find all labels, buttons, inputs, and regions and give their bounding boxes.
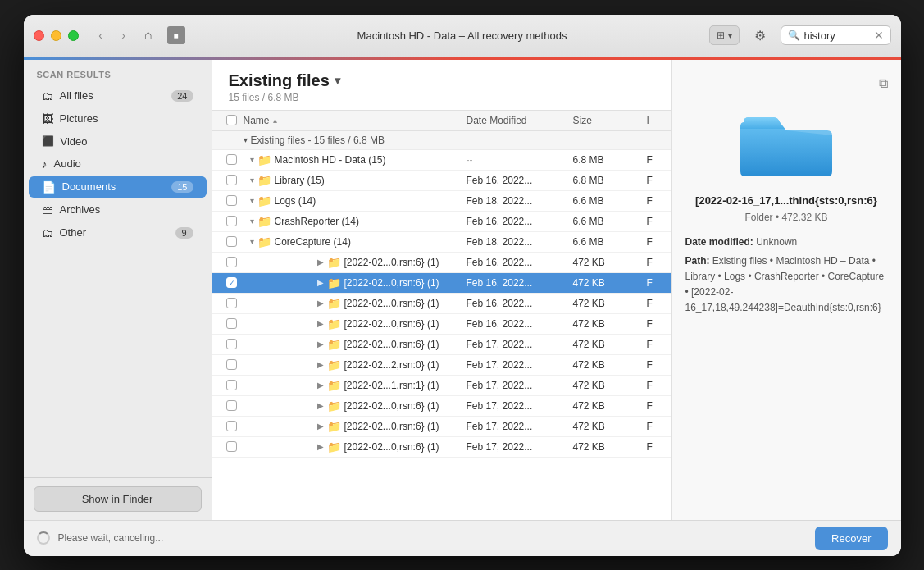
row-checkbox[interactable] [221, 257, 244, 267]
checkbox[interactable] [226, 400, 237, 411]
checkbox[interactable] [226, 421, 237, 431]
table-row[interactable]: ▶ 📁 [2022-02...0,rsn:6} (1) Feb 16, 2022… [212, 273, 671, 294]
row-checkbox[interactable] [221, 298, 244, 308]
expand-icon[interactable]: ▶ [317, 258, 324, 267]
row-checkbox[interactable] [221, 216, 244, 226]
sidebar-item-archives[interactable]: 🗃 Archives [29, 199, 207, 221]
row-checkbox[interactable] [221, 236, 244, 247]
table-row[interactable]: ▶ 📁 [2022-02...1,rsn:1} (1) Feb 17, 2022… [212, 376, 671, 396]
checkbox[interactable] [226, 441, 237, 452]
row-checkbox-macintosh[interactable] [221, 154, 244, 165]
group-chevron-icon[interactable]: ▾ [244, 135, 248, 144]
row-checkbox[interactable] [221, 400, 244, 411]
table-row[interactable]: ▾ 📁 Library (15) Feb 16, 2022... 6.8 MB … [212, 171, 671, 191]
maximize-button[interactable] [68, 30, 79, 41]
expand-icon[interactable]: ▶ [317, 422, 324, 431]
stop-button[interactable]: ■ [167, 26, 185, 44]
expand-icon[interactable]: ▶ [317, 278, 324, 287]
col-date-header[interactable]: Date Modified [467, 115, 573, 126]
table-row[interactable]: ▾ 📁 CoreCapture (14) Feb 18, 2022... 6.6… [212, 232, 671, 253]
checkbox[interactable] [226, 339, 237, 349]
table-row[interactable]: ▶ 📁 [2022-02...0,rsn:6} (1) Feb 17, 2022… [212, 437, 671, 458]
forward-button[interactable]: › [115, 26, 133, 44]
checkbox-checked[interactable] [226, 277, 237, 288]
folder-icon: 📁 [327, 297, 341, 310]
file-title-chevron-icon[interactable]: ▾ [335, 74, 340, 87]
table-row[interactable]: ▾ 📁 CrashReporter (14) Feb 16, 2022... 6… [212, 212, 671, 232]
show-in-finder-button[interactable]: Show in Finder [34, 486, 202, 512]
sidebar-item-all-files[interactable]: 🗂 All files 24 [29, 85, 207, 107]
table-row[interactable]: ▶ 📁 [2022-02...0,rsn:6} (1) Feb 16, 2022… [212, 253, 671, 273]
preview-date-value: Unknown [756, 236, 797, 248]
table-row[interactable]: ▶ 📁 [2022-02...2,rsn:0} (1) Feb 17, 2022… [212, 355, 671, 376]
row-checkbox[interactable] [221, 339, 244, 349]
expand-icon[interactable]: ▾ [250, 217, 254, 226]
sidebar: Scan results 🗂 All files 24 🖼 Pictures ⬛… [24, 60, 212, 520]
expand-icon[interactable]: ▶ [317, 299, 324, 308]
checkbox[interactable] [226, 154, 237, 165]
expand-icon[interactable]: ▶ [317, 340, 324, 349]
clear-search-button[interactable]: ✕ [874, 29, 884, 42]
table-row[interactable]: ▶ 📁 [2022-02...0,rsn:6} (1) Feb 16, 2022… [212, 294, 671, 314]
sidebar-item-audio[interactable]: ♪ Audio [29, 153, 207, 175]
row-checkbox[interactable] [221, 175, 244, 185]
table-row[interactable]: ▶ 📁 [2022-02...0,rsn:6} (1) Feb 17, 2022… [212, 417, 671, 437]
row-checkbox[interactable] [221, 195, 244, 206]
recover-button[interactable]: Recover [815, 527, 887, 550]
expand-icon[interactable]: ▶ [317, 442, 324, 451]
expand-icon[interactable]: ▶ [317, 360, 324, 369]
folder-icon: 📁 [257, 235, 271, 249]
row-checkbox[interactable] [221, 441, 244, 452]
checkbox[interactable] [226, 318, 237, 329]
expand-icon[interactable]: ▾ [250, 155, 254, 164]
checkbox[interactable] [226, 298, 237, 308]
sidebar-item-pictures[interactable]: 🖼 Pictures [29, 108, 207, 130]
row-checkbox[interactable] [221, 359, 244, 370]
folder-icon: 📁 [327, 256, 341, 269]
checkbox[interactable] [226, 380, 237, 390]
checkbox[interactable] [226, 195, 237, 206]
table-row[interactable]: ▶ 📁 [2022-02...0,rsn:6} (1) Feb 17, 2022… [212, 335, 671, 355]
row-checkbox[interactable] [221, 277, 244, 288]
row-label: [2022-02...1,rsn:1} (1) [344, 380, 439, 391]
sidebar-item-other[interactable]: 🗂 Other 9 [29, 222, 207, 244]
home-button[interactable]: ⌂ [138, 25, 159, 46]
table-row[interactable]: ▶ 📁 [2022-02...0,rsn:6} (1) Feb 16, 2022… [212, 314, 671, 335]
select-all-checkbox[interactable] [221, 115, 244, 126]
expand-icon[interactable]: ▶ [317, 381, 324, 390]
checkbox[interactable] [226, 216, 237, 226]
expand-icon[interactable]: ▾ [250, 176, 254, 185]
row-flag: F [647, 421, 663, 432]
row-checkbox[interactable] [221, 380, 244, 390]
row-size: 6.6 MB [573, 216, 647, 227]
checkbox[interactable] [226, 236, 237, 247]
copy-preview-button[interactable]: ⧉ [879, 76, 888, 91]
col-name-header[interactable]: Name ▴ [244, 115, 467, 126]
row-name-file3: ▶ 📁 [2022-02...0,rsn:6} (1) [244, 297, 467, 310]
col-size-header[interactable]: Size [573, 115, 647, 126]
expand-icon[interactable]: ▾ [250, 196, 254, 205]
search-input[interactable] [804, 30, 870, 42]
minimize-button[interactable] [51, 30, 61, 41]
sidebar-item-video[interactable]: ⬛ Video [29, 131, 207, 152]
row-checkbox[interactable] [221, 318, 244, 329]
checkbox[interactable] [226, 359, 237, 370]
expand-icon[interactable]: ▶ [317, 319, 324, 328]
all-files-icon: 🗂 [42, 89, 53, 103]
table-row[interactable]: ▶ 📁 [2022-02...0,rsn:6} (1) Feb 17, 2022… [212, 396, 671, 417]
expand-icon[interactable]: ▶ [317, 401, 324, 410]
checkbox[interactable] [226, 257, 237, 267]
expand-icon[interactable]: ▾ [250, 237, 254, 246]
row-date: Feb 18, 2022... [467, 195, 573, 207]
checkbox-all[interactable] [226, 115, 237, 125]
close-button[interactable] [34, 30, 44, 41]
back-button[interactable]: ‹ [92, 26, 110, 44]
view-button[interactable]: ⊞ ▾ [709, 25, 740, 45]
row-name-file4: ▶ 📁 [2022-02...0,rsn:6} (1) [244, 317, 467, 331]
row-checkbox[interactable] [221, 421, 244, 431]
sidebar-item-documents[interactable]: 📄 Documents 15 [29, 176, 207, 198]
checkbox[interactable] [226, 175, 237, 185]
table-row[interactable]: ▾ 📁 Macintosh HD - Data (15) -- 6.8 MB F [212, 150, 671, 171]
table-row[interactable]: ▾ 📁 Logs (14) Feb 18, 2022... 6.6 MB F [212, 191, 671, 212]
filter-button[interactable]: ⚙ [748, 24, 772, 47]
